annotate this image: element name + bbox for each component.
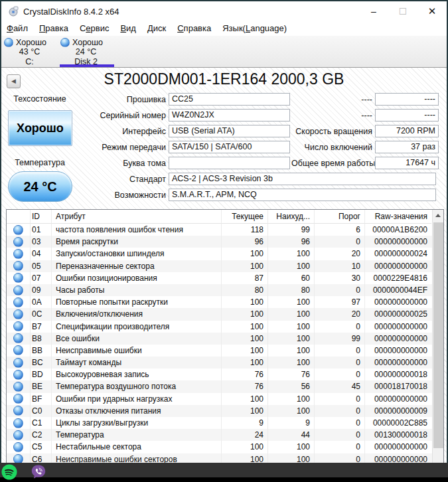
worst-cell: 100: [268, 345, 315, 357]
menu-item-help[interactable]: Справка: [177, 21, 217, 35]
raw-cell: 000000000000: [365, 321, 431, 333]
taskbar: [0, 463, 448, 482]
raw-cell: 000000000000: [365, 236, 431, 248]
worst-cell: 100: [268, 296, 315, 308]
raw-cell: 0000000044EF: [365, 284, 431, 296]
threshold-column-header[interactable]: Порог: [315, 210, 365, 224]
smart-row-0A[interactable]: 0AПовторные попытки раскрутки10010097000…: [7, 296, 443, 308]
status-cell: [7, 429, 31, 441]
raw-cell: 000000000000: [365, 296, 431, 308]
info-fields-wide: СтандартACS-2 | ACS-3 Revision 3bВозможн…: [74, 173, 436, 204]
worst-cell: 100: [268, 308, 315, 320]
attribute-cell: Ошибки при ударных нагрузках: [52, 393, 222, 405]
menu-item-edit[interactable]: Правка: [39, 21, 74, 35]
status-cell: [7, 321, 31, 333]
status-cell: [7, 357, 31, 368]
raw-cell: 00000002C885: [365, 417, 431, 429]
info-left-value-field: USB (Serial ATA): [169, 125, 290, 137]
smart-row-B7[interactable]: B7Спецификации производителя100100000000…: [7, 321, 443, 333]
threshold-cell: 0: [315, 368, 365, 380]
spotify-icon[interactable]: [1, 464, 17, 480]
smart-row-BB[interactable]: BBНеисправимые ошибки1001000000000000000: [7, 345, 443, 357]
current-cell: 9: [222, 417, 268, 429]
smart-row-05[interactable]: 05Переназначенные сектора100100100000000…: [7, 260, 443, 272]
raw-cell: 000018170018: [365, 380, 431, 392]
info-right-row: Скорость вращения7200 RPM: [291, 125, 439, 137]
info-left-value-field: W4Z0N2JX: [169, 109, 290, 121]
raw-cell: 00000A1B6200: [365, 224, 431, 236]
status-cell: [7, 345, 31, 357]
info-left-value-field: CC25: [169, 93, 290, 106]
attribute-cell: Запуски/остановки шпинделя: [52, 248, 222, 260]
worst-cell: 100: [268, 248, 315, 260]
id-cell: 03: [31, 236, 52, 248]
raw-cell: 000000000000: [365, 357, 431, 368]
raw-column-header[interactable]: Raw-значения: [365, 210, 431, 224]
menu-item-view[interactable]: Вид: [120, 21, 142, 35]
threshold-cell: 20: [315, 248, 365, 260]
info-left-row: Буква тома: [74, 157, 290, 169]
menu-item-file[interactable]: Файл: [7, 21, 34, 35]
threshold-cell: 97: [315, 296, 365, 308]
worst-cell: 100: [268, 405, 315, 417]
blue-health-sphere-icon: [13, 285, 23, 295]
worst-column-header[interactable]: Наихуд...: [268, 210, 315, 224]
raw-cell: 000000000000: [365, 441, 431, 453]
info-right-value-field: ----: [375, 93, 439, 106]
drive-tab-c[interactable]: Хорошо43 °CC:: [1, 37, 58, 66]
smart-row-C0[interactable]: C0Отказы отключения питания1001000000000…: [7, 405, 443, 417]
attribute-cell: Переназначенные сектора: [52, 260, 222, 272]
temperature-button[interactable]: 24 °C: [8, 171, 72, 202]
window-title: CrystalDiskInfo 8.4.2 x64: [23, 7, 119, 17]
smart-row-B8[interactable]: B8Все ошибки10010099000000000000: [7, 333, 443, 345]
smart-row-C1[interactable]: C1Циклы загрузки/выгрузки99000000002C885: [7, 417, 443, 429]
smart-row-BC[interactable]: BCТаймаут команды1001000000000000000: [7, 357, 443, 368]
scrollbar-thumb[interactable]: [433, 222, 443, 448]
scrollbar-up-arrow-icon[interactable]: [433, 210, 443, 221]
drive-tab-disk2[interactable]: Хорошо24 °CDisk 2: [58, 37, 114, 66]
table-scrollbar[interactable]: [432, 210, 443, 463]
smart-row-01[interactable]: 01частота появления ошибок чтения1189960…: [7, 224, 443, 236]
current-column-header[interactable]: Текущее: [222, 210, 268, 224]
disk-model-title: ST2000DM001-1ER164 2000,3 GB: [1, 70, 447, 88]
id-column-header[interactable]: ID: [31, 210, 52, 224]
menu-item-function[interactable]: Сервис: [80, 21, 115, 35]
current-cell: 118: [222, 224, 268, 236]
menu-item-disk[interactable]: Диск: [147, 21, 172, 35]
smart-row-09[interactable]: 09Часы работы808000000000044EF: [7, 284, 443, 296]
worst-cell: 80: [268, 284, 315, 296]
threshold-cell: 0: [315, 357, 365, 368]
tab-status-line: Хорошо: [1, 37, 58, 47]
smart-row-0C[interactable]: 0CВключения/отключения100100200000000000…: [7, 308, 443, 320]
smart-row-BD[interactable]: BDВысокоуровневая запись7676000000000001…: [7, 368, 443, 380]
maximize-button[interactable]: ☐: [388, 1, 417, 21]
info-right-label: Скорость вращения: [291, 127, 375, 136]
health-status-button[interactable]: Хорошо: [8, 110, 72, 146]
raw-cell: 0000229E4816: [365, 272, 431, 284]
smart-row-BE[interactable]: BEТемпература воздушного потока765645000…: [7, 380, 443, 392]
id-cell: BE: [31, 380, 52, 392]
blue-health-sphere-icon: [13, 297, 23, 307]
close-button[interactable]: ✕: [417, 1, 447, 21]
attribute-cell: Температура воздушного потока: [52, 380, 222, 392]
info-left-row: ПрошивкаCC25: [74, 93, 290, 106]
status-cell: [7, 284, 31, 296]
status-column-header: [7, 210, 31, 224]
smart-row-03[interactable]: 03Время раскрутки96960000000000000: [7, 236, 443, 248]
worst-cell: 99: [268, 224, 315, 236]
smart-row-04[interactable]: 04Запуски/остановки шпинделя100100200000…: [7, 248, 443, 260]
menu-item-language[interactable]: Язык(Language): [222, 21, 293, 35]
threshold-cell: 6: [315, 224, 365, 236]
minimize-button[interactable]: –: [359, 1, 388, 21]
current-cell: 100: [222, 345, 268, 357]
smart-row-BF[interactable]: BFОшибки при ударных нагрузках1001000000…: [7, 393, 443, 405]
id-cell: 09: [31, 284, 52, 296]
smart-row-07[interactable]: 07Ошибки позиционирования8760300000229E4…: [7, 272, 443, 284]
title-bar: CrystalDiskInfo 8.4.2 x64 – ☐ ✕: [1, 1, 447, 21]
attribute-cell: Неисправимые ошибки: [52, 345, 222, 357]
viber-icon[interactable]: [31, 464, 46, 480]
smart-row-C2[interactable]: C2Температура24440001300000018: [7, 429, 443, 441]
attribute-column-header[interactable]: Атрибут: [52, 210, 222, 224]
current-cell: 87: [222, 272, 268, 284]
smart-row-C5[interactable]: C5Нестабильные сектора100100000000000000…: [7, 441, 443, 453]
